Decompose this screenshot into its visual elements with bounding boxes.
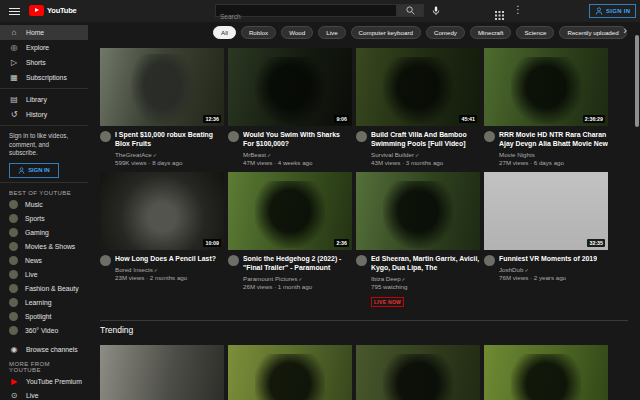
subscriptions-icon: ▦ — [9, 73, 19, 83]
video-title[interactable]: Build Craft Villa And Bamboo Swimming Po… — [371, 130, 480, 148]
chip-recently-uploaded[interactable]: Recently uploaded — [559, 26, 626, 39]
channel-avatar[interactable] — [356, 131, 367, 142]
channel-name[interactable]: TheGreatAce✓ — [115, 151, 224, 158]
trending-thumbnail[interactable] — [100, 345, 224, 400]
channel-avatar-icon — [9, 312, 18, 321]
video-title[interactable]: How Long Does A Pencil Last? — [115, 254, 216, 263]
sidebar-divider — [0, 182, 88, 183]
sidebar-item-explore[interactable]: ◎ Explore — [0, 40, 88, 55]
channel-avatar[interactable] — [484, 255, 495, 266]
search-box[interactable] — [215, 4, 397, 17]
person-icon — [18, 167, 25, 174]
more-from-youtube-heading: MORE FROM YOUTUBE — [0, 357, 88, 375]
sidebar-label: History — [26, 111, 47, 118]
sidebar-item-history[interactable]: ↺ History — [0, 107, 88, 122]
sidebar-item-subscriptions[interactable]: ▦ Subscriptions — [0, 70, 88, 85]
sidebar-item-library[interactable]: ▤ Library — [0, 92, 88, 107]
sidebar-label: YouTube Premium — [26, 378, 82, 385]
video-card: 45:41 Build Craft Villa And Bamboo Swimm… — [356, 48, 480, 172]
channel-name[interactable]: JoshDub✓ — [499, 266, 597, 273]
channel-avatar[interactable] — [100, 131, 111, 142]
trending-thumbnail[interactable] — [356, 345, 480, 400]
sidebar-label: Browse channels — [26, 346, 78, 353]
sidebar-item-fashion-beauty[interactable]: Fashion & Beauty — [0, 282, 88, 296]
sidebar-item-sports[interactable]: Sports — [0, 212, 88, 226]
sidebar-label: Subscriptions — [26, 74, 67, 81]
video-thumbnail[interactable]: 32:35 — [484, 172, 608, 250]
channel-avatar[interactable] — [484, 131, 495, 142]
apps-grid-icon — [495, 11, 504, 20]
channel-avatar[interactable] — [228, 131, 239, 142]
shorts-icon: ▷ — [9, 58, 19, 68]
video-title[interactable]: I Spent $10,000 robux Beating Blox Fruit… — [115, 130, 224, 148]
video-card: Ed Sheeran, Martin Garrix, Avicii, Kygo,… — [356, 172, 480, 296]
sidebar-item-movies-shows[interactable]: Movies & Shows — [0, 240, 88, 254]
video-title[interactable]: Sonic the Hedgehog 2 (2022) - "Final Tra… — [243, 254, 352, 272]
channel-name-text: JoshDub — [499, 266, 523, 273]
duration-badge: 12:36 — [203, 115, 221, 123]
channel-name[interactable]: MrBeast✓ — [243, 151, 352, 158]
channel-name-text: TheGreatAce — [115, 151, 152, 158]
scrollbar-thumb[interactable] — [635, 35, 639, 127]
sidebar-item-youtube-premium[interactable]: ▶ YouTube Premium — [0, 375, 88, 389]
verified-badge-icon: ✓ — [402, 276, 406, 282]
sidebar-item-home[interactable]: ⌂ Home — [0, 25, 88, 40]
chip-science[interactable]: Science — [516, 26, 554, 39]
sidebar-item-live[interactable]: Live — [0, 268, 88, 282]
channel-name[interactable]: Survival Builder✓ — [371, 151, 480, 158]
channel-name[interactable]: Bored Insects✓ — [115, 266, 216, 273]
sidebar-item-shorts[interactable]: ▷ Shorts — [0, 55, 88, 70]
settings-dots-icon[interactable]: ⋮ — [513, 3, 523, 17]
sidebar-item-music[interactable]: Music — [0, 198, 88, 212]
chip-comedy[interactable]: Comedy — [426, 26, 465, 39]
youtube-apps-button[interactable] — [495, 6, 504, 24]
chip-computer-keyboard[interactable]: Computer keyboard — [351, 26, 421, 39]
channel-name-text: Movie Nights — [499, 151, 535, 158]
video-title[interactable]: Would You Swim With Sharks For $100,000? — [243, 130, 352, 148]
sidebar-item-gaming[interactable]: Gaming — [0, 226, 88, 240]
sidebar-item-spotlight[interactable]: Spotlight — [0, 310, 88, 324]
video-thumbnail[interactable]: 2:36:29 — [484, 48, 608, 126]
library-icon: ▤ — [9, 95, 19, 105]
video-thumbnail[interactable]: 10:09 — [100, 172, 224, 250]
channel-name[interactable]: Movie Nights — [499, 151, 608, 158]
sidebar-item-learning[interactable]: Learning — [0, 296, 88, 310]
youtube-logo[interactable]: YouTube — [29, 5, 77, 16]
sidebar-item-browse-channels[interactable]: ◉ Browse channels — [0, 343, 88, 357]
channel-avatar[interactable] — [100, 255, 111, 266]
chip-wood[interactable]: Wood — [281, 26, 313, 39]
video-thumbnail[interactable] — [356, 172, 480, 250]
chip-roblox[interactable]: Roblox — [241, 26, 276, 39]
chip-all[interactable]: All — [213, 26, 236, 39]
video-title[interactable]: RRR Movie HD NTR Rara Charan Ajay Devgn … — [499, 130, 608, 148]
hamburger-menu-icon[interactable] — [9, 8, 20, 15]
video-thumbnail[interactable]: 2:36 — [228, 172, 352, 250]
video-title[interactable]: Ed Sheeran, Martin Garrix, Avicii, Kygo,… — [371, 254, 480, 272]
channel-avatar[interactable] — [228, 255, 239, 266]
video-thumbnail[interactable]: 45:41 — [356, 48, 480, 126]
explore-icon: ◎ — [9, 43, 19, 53]
trending-section: Trending — [100, 320, 628, 400]
sidebar-label: Spotlight — [25, 313, 51, 320]
channel-name[interactable]: Paramount Pictures✓ — [243, 275, 352, 282]
trending-thumbnail[interactable] — [228, 345, 352, 400]
video-thumbnail[interactable]: 9:06 — [228, 48, 352, 126]
channel-name-text: Paramount Pictures — [243, 275, 297, 282]
voice-search-button[interactable] — [430, 5, 442, 17]
sidebar-sign-in-button[interactable]: SIGN IN — [9, 163, 59, 178]
trending-thumbnail[interactable] — [484, 345, 608, 400]
channel-avatar[interactable] — [356, 255, 367, 266]
video-meta: 795 watching — [371, 283, 480, 290]
search-input[interactable] — [216, 11, 396, 22]
chips-scroll-right-icon[interactable]: › — [623, 24, 627, 36]
chip-live[interactable]: Live — [318, 26, 345, 39]
sign-in-button[interactable]: SIGN IN — [589, 4, 636, 18]
video-thumbnail[interactable]: 12:36 — [100, 48, 224, 126]
channel-name[interactable]: Ibiza Deep✓ — [371, 275, 480, 282]
sidebar-item-live-2[interactable]: ⊙ Live — [0, 389, 88, 400]
video-title[interactable]: Funniest VR Moments of 2019 — [499, 254, 597, 263]
sidebar-item-360-video[interactable]: 360° Video — [0, 324, 88, 338]
chip-minecraft[interactable]: Minecraft — [470, 26, 511, 39]
search-button[interactable] — [397, 4, 424, 17]
sidebar-item-news[interactable]: News — [0, 254, 88, 268]
